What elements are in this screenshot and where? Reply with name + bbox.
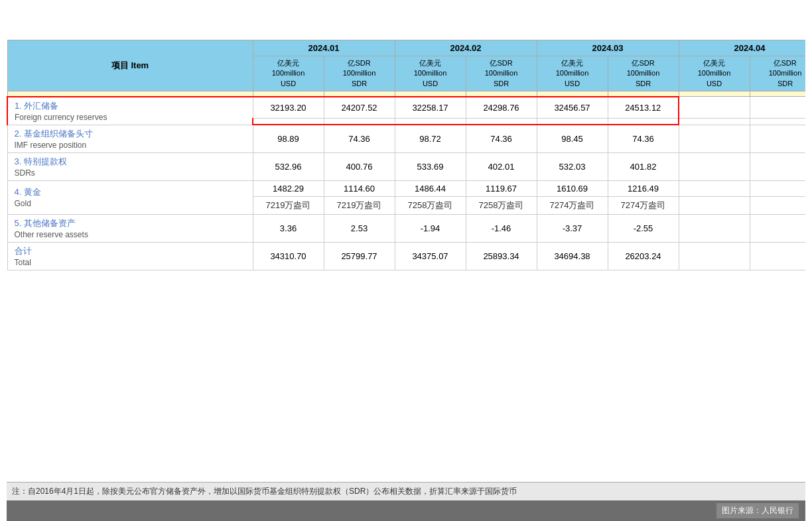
item-header: 项目 Item [7, 40, 253, 91]
row-foreign-currency-top: 1. 外汇储备 Foreign currency reserves 32193.… [7, 97, 805, 119]
val-2-usd-3: 98.45 [537, 125, 608, 152]
val-5-usd-2: -1.94 [395, 214, 466, 242]
unit-sdr-1: 亿SDR100millionSDR [324, 56, 395, 91]
val-4w-usd-2: 7258万盎司 [395, 196, 466, 214]
val-4w-usd-4 [679, 196, 750, 214]
val-4-sdr-1: 1114.60 [324, 180, 395, 196]
unit-usd-1: 亿美元100millionUSD [253, 56, 324, 91]
header-year-row: 项目 Item 2024.01 2024.02 2024.03 2024.04 [7, 40, 805, 56]
val-4-usd-1: 1482.29 [253, 180, 324, 196]
val-4w-sdr-1: 7219万盎司 [324, 196, 395, 214]
year-2024-04: 2024.04 [679, 40, 805, 56]
val-5-usd-1: 3.36 [253, 214, 324, 242]
item-label-5: 5. 其他储备资产 Other reserve assets [7, 214, 253, 242]
bottom-bar: 图片来源：人民银行 [7, 500, 805, 521]
val-5-usd-4 [679, 214, 750, 242]
val-5-sdr-1: 2.53 [324, 214, 395, 242]
val-4w-sdr-3: 7274万盎司 [608, 196, 679, 214]
val-4-sdr-3: 1216.49 [608, 180, 679, 196]
row-imf: 2. 基金组织储备头寸 IMF reserve position 98.89 7… [7, 125, 805, 152]
val-1b-usd-1 [253, 119, 324, 125]
val-2-sdr-2: 74.36 [466, 125, 537, 152]
main-table: 项目 Item 2024.01 2024.02 2024.03 2024.04 … [7, 40, 805, 270]
year-2024-02: 2024.02 [395, 40, 537, 56]
val-5-usd-3: -3.37 [537, 214, 608, 242]
val-2-sdr-3: 74.36 [608, 125, 679, 152]
val-1b-sdr-1 [324, 119, 395, 125]
val-t-sdr-4 [750, 242, 805, 270]
val-4-usd-3: 1610.69 [537, 180, 608, 196]
val-t-usd-1: 34310.70 [253, 242, 324, 270]
val-2-sdr-4 [750, 125, 805, 152]
val-2-usd-2: 98.72 [395, 125, 466, 152]
unit-usd-2: 亿美元100millionUSD [395, 56, 466, 91]
val-t-sdr-2: 25893.34 [466, 242, 537, 270]
val-1b-usd-4 [679, 119, 750, 125]
val-4w-sdr-4 [750, 196, 805, 214]
val-4-usd-4 [679, 180, 750, 196]
val-5-sdr-2: -1.46 [466, 214, 537, 242]
source-label: 图片来源：人民银行 [716, 503, 799, 518]
val-t-sdr-1: 25799.77 [324, 242, 395, 270]
val-5-sdr-3: -2.55 [608, 214, 679, 242]
footer-note: 注：自2016年4月1日起，除按美元公布官方储备资产外，增加以国际货币基金组织特… [7, 482, 805, 500]
val-4-sdr-4 [750, 180, 805, 196]
row-sdr: 3. 特别提款权 SDRs 532.96 400.76 533.69 402.0… [7, 152, 805, 180]
val-4-sdr-2: 1119.67 [466, 180, 537, 196]
val-3-sdr-4 [750, 152, 805, 180]
val-3-sdr-1: 400.76 [324, 152, 395, 180]
val-2-usd-1: 98.89 [253, 125, 324, 152]
val-1b-usd-3 [537, 119, 608, 125]
unit-sdr-4: 亿SDR100millionSDR [750, 56, 805, 91]
val-1b-sdr-4 [750, 119, 805, 125]
val-3-usd-3: 532.03 [537, 152, 608, 180]
val-4-usd-2: 1486.44 [395, 180, 466, 196]
val-t-usd-2: 34375.07 [395, 242, 466, 270]
item-label-total: 合计 Total [7, 242, 253, 270]
item-label-4: 4. 黄金 Gold [7, 180, 253, 214]
val-t-usd-4 [679, 242, 750, 270]
val-1-sdr-3: 24513.12 [608, 97, 679, 119]
unit-sdr-3: 亿SDR100millionSDR [608, 56, 679, 91]
val-2-usd-4 [679, 125, 750, 152]
val-1-usd-3: 32456.57 [537, 97, 608, 119]
spacer-row [7, 91, 805, 97]
table-container: 项目 Item 2024.01 2024.02 2024.03 2024.04 … [7, 40, 805, 482]
val-1-sdr-4 [750, 97, 805, 119]
val-3-usd-1: 532.96 [253, 152, 324, 180]
val-1-sdr-2: 24298.76 [466, 97, 537, 119]
footer-text: 注：自2016年4月1日起，除按美元公布官方储备资产外，增加以国际货币基金组织特… [12, 486, 517, 497]
val-4w-usd-1: 7219万盎司 [253, 196, 324, 214]
val-4w-sdr-2: 7258万盎司 [466, 196, 537, 214]
val-2-sdr-1: 74.36 [324, 125, 395, 152]
year-2024-01: 2024.01 [253, 40, 395, 56]
val-3-usd-2: 533.69 [395, 152, 466, 180]
val-3-sdr-2: 402.01 [466, 152, 537, 180]
row-other: 5. 其他储备资产 Other reserve assets 3.36 2.53… [7, 214, 805, 242]
val-4w-usd-3: 7274万盎司 [537, 196, 608, 214]
val-1-usd-2: 32258.17 [395, 97, 466, 119]
val-1-usd-1: 32193.20 [253, 97, 324, 119]
item-label-3: 3. 特别提款权 SDRs [7, 152, 253, 180]
row-total: 合计 Total 34310.70 25799.77 34375.07 2589… [7, 242, 805, 270]
item-label-2: 2. 基金组织储备头寸 IMF reserve position [7, 125, 253, 152]
page-wrapper: 项目 Item 2024.01 2024.02 2024.03 2024.04 … [0, 0, 812, 521]
val-3-sdr-3: 401.82 [608, 152, 679, 180]
val-t-sdr-3: 26203.24 [608, 242, 679, 270]
val-1b-usd-2 [395, 119, 466, 125]
val-1-usd-4 [679, 97, 750, 119]
unit-usd-3: 亿美元100millionUSD [537, 56, 608, 91]
unit-sdr-2: 亿SDR100millionSDR [466, 56, 537, 91]
val-5-sdr-4 [750, 214, 805, 242]
val-3-usd-4 [679, 152, 750, 180]
item-label-1: 1. 外汇储备 Foreign currency reserves [7, 97, 253, 125]
year-2024-03: 2024.03 [537, 40, 679, 56]
val-1b-sdr-2 [466, 119, 537, 125]
val-1-sdr-1: 24207.52 [324, 97, 395, 119]
unit-usd-4: 亿美元100millionUSD [679, 56, 750, 91]
val-t-usd-3: 34694.38 [537, 242, 608, 270]
row-gold-main: 4. 黄金 Gold 1482.29 1114.60 1486.44 1119.… [7, 180, 805, 196]
val-1b-sdr-3 [608, 119, 679, 125]
